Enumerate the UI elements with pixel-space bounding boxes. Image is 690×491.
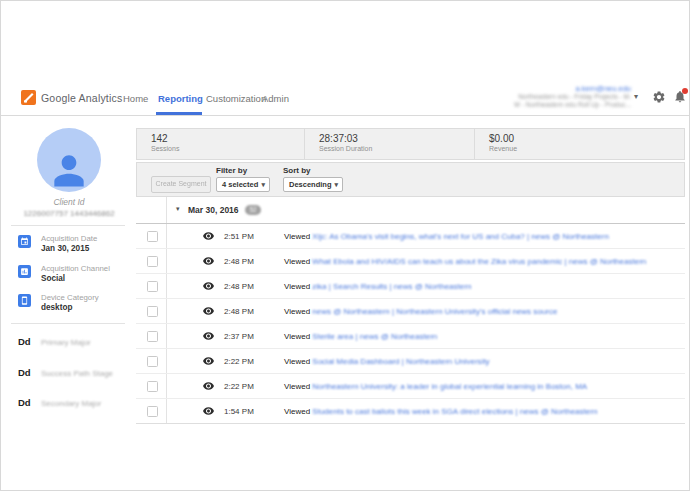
nav-tab-admin[interactable]: Admin [262, 93, 289, 104]
sidebar-divider [11, 323, 125, 324]
sidebar-divider [11, 225, 125, 226]
account-path-line1: Northeastern edu - Friday Projects - M- [506, 93, 631, 101]
collapse-chevron-icon[interactable]: ▾ [176, 205, 180, 213]
session-hit-row: 2:37 PM Viewed Sterile area | news @ Nor… [136, 324, 685, 349]
metric-label: Revenue [489, 145, 684, 152]
session-hit-row: 1:54 PM Viewed Students to cast ballots … [136, 399, 685, 424]
top-navigation-bar: Google Analytics Home Reporting Customiz… [1, 81, 689, 116]
hit-action: Viewed [284, 382, 310, 391]
row-checkbox[interactable] [147, 406, 158, 417]
pageview-eye-icon[interactable] [202, 356, 215, 366]
metric-label: Session Duration [319, 145, 474, 152]
dimension-value: desktop [41, 303, 72, 312]
active-tab-indicator [156, 112, 202, 115]
hit-page-link[interactable]: zika | Search Results | news @ Northeast… [312, 282, 471, 291]
row-checkbox[interactable] [147, 281, 158, 292]
custom-dimension-label: Secondary Major [41, 399, 101, 408]
app-window: Google Analytics Home Reporting Customiz… [0, 0, 690, 491]
session-hit-row: 2:48 PM Viewed What Ebola and HIV/AIDS c… [136, 249, 685, 274]
dimension-label: Acquisition Date [41, 234, 97, 243]
hit-timestamp: 2:48 PM [224, 282, 254, 291]
row-checkbox[interactable] [147, 306, 158, 317]
hit-page-link[interactable]: Social Media Dashboard | Northeastern Un… [312, 357, 489, 366]
session-hit-row: 2:22 PM Viewed Social Media Dashboard | … [136, 349, 685, 374]
custom-dimension-label: Primary Major [41, 338, 91, 347]
hit-action: Viewed [284, 407, 310, 416]
settings-gear-icon[interactable] [652, 90, 666, 104]
date-group-label: Mar 30, 2016 [188, 205, 239, 215]
custom-dimension-primary-major: Dd Primary Major [1, 336, 131, 350]
pageview-eye-icon[interactable] [202, 281, 215, 291]
metric-value: 28:37:03 [319, 133, 474, 144]
client-id-label: Client Id [9, 197, 129, 207]
nav-tab-customization[interactable]: Customization [206, 93, 266, 104]
account-path-line2: W - Northeastern edu Roll Up - Produc... [506, 101, 631, 109]
row-checkbox[interactable] [147, 331, 158, 342]
nav-tab-reporting[interactable]: Reporting [158, 93, 203, 104]
dimension-acquisition-date: Acquisition Date Jan 30, 2015 [1, 234, 131, 260]
metric-value: $0.00 [489, 133, 684, 144]
account-email[interactable]: a.kern@neu.edu [506, 85, 631, 93]
session-hit-row: 2:48 PM Viewed news @ Northeastern | Nor… [136, 299, 685, 324]
hit-action: Viewed [284, 307, 310, 316]
metrics-summary-bar: 142 Sessions 28:37:03 Session Duration $… [136, 128, 685, 160]
hit-action: Viewed [284, 232, 310, 241]
hit-action: Viewed [284, 357, 310, 366]
session-hit-row: 2:22 PM Viewed Northeastern University: … [136, 374, 685, 399]
session-hit-row: 2:51 PM Viewed Xijc: As Obama's visit be… [136, 224, 685, 249]
metric-value: 142 [151, 133, 304, 144]
pageview-eye-icon[interactable] [202, 256, 215, 266]
account-chevron-down-icon[interactable]: ▾ [634, 92, 638, 101]
hit-timestamp: 2:22 PM [224, 382, 254, 391]
metric-revenue: $0.00 Revenue [475, 129, 684, 159]
date-group-count-badge: 52 [245, 205, 261, 215]
account-switcher[interactable]: a.kern@neu.edu Northeastern edu - Friday… [506, 85, 631, 109]
metric-sessions: 142 Sessions [137, 129, 305, 159]
notifications-bell-icon[interactable] [673, 89, 687, 104]
filter-by-dropdown[interactable]: 4 selected ▾ [216, 177, 270, 192]
hit-page-link[interactable]: What Ebola and HIV/AIDS can teach us abo… [312, 257, 646, 266]
hit-page-link[interactable]: Northeastern University: a leader in glo… [312, 382, 587, 391]
pageview-eye-icon[interactable] [202, 381, 215, 391]
row-checkbox[interactable] [147, 356, 158, 367]
device-icon [18, 294, 31, 307]
pageview-eye-icon[interactable] [202, 331, 215, 341]
bar-chart-icon [18, 265, 31, 278]
dimension-device-category: Device Category desktop [1, 293, 131, 319]
dimension-acquisition-channel: Acquisition Channel Social [1, 264, 131, 290]
custom-dimension-label: Success Path Stage [41, 369, 113, 378]
nav-tab-home[interactable]: Home [123, 93, 148, 104]
row-checkbox[interactable] [147, 256, 158, 267]
dimension-label: Device Category [41, 293, 99, 302]
hit-action: Viewed [284, 332, 310, 341]
metric-session-duration: 28:37:03 Session Duration [305, 129, 475, 159]
row-checkbox[interactable] [147, 381, 158, 392]
hit-page-link[interactable]: Sterile area | news @ Northeastern [312, 332, 437, 341]
google-analytics-logo-icon [21, 90, 36, 105]
calendar-icon [18, 235, 31, 248]
user-avatar [37, 128, 101, 192]
custom-dimension-secondary-major: Dd Secondary Major [1, 397, 131, 411]
pageview-eye-icon[interactable] [202, 406, 215, 416]
pageview-eye-icon[interactable] [202, 231, 215, 241]
date-group-header: ▾ Mar 30, 2016 52 [136, 197, 685, 224]
hit-page-link[interactable]: Xijc: As Obama's visit begins, what's ne… [312, 232, 609, 241]
sort-by-selected-value: Descending [289, 180, 332, 189]
chevron-down-icon: ▾ [334, 178, 338, 191]
session-activity-list: ▾ Mar 30, 2016 52 2:51 PM Viewed Xijc: A… [136, 197, 685, 424]
create-segment-button[interactable]: Create Segment [151, 176, 211, 193]
hit-timestamp: 2:48 PM [224, 257, 254, 266]
custom-dimension-icon: Dd [18, 397, 31, 408]
sort-by-dropdown[interactable]: Descending ▾ [283, 177, 343, 192]
dimension-label: Acquisition Channel [41, 264, 110, 273]
filter-by-label: Filter by [216, 166, 247, 175]
dimension-value: Social [41, 274, 65, 283]
pageview-eye-icon[interactable] [202, 306, 215, 316]
row-checkbox[interactable] [147, 231, 158, 242]
dimension-value: Jan 30, 2015 [41, 244, 89, 253]
hit-page-link[interactable]: news @ Northeastern | Northeastern Unive… [312, 307, 557, 316]
hit-timestamp: 2:51 PM [224, 232, 254, 241]
hit-page-link[interactable]: Students to cast ballots this week in SG… [312, 407, 597, 416]
custom-dimension-icon: Dd [18, 336, 31, 347]
client-id-value: 1226007757 1443446862 [5, 209, 133, 218]
